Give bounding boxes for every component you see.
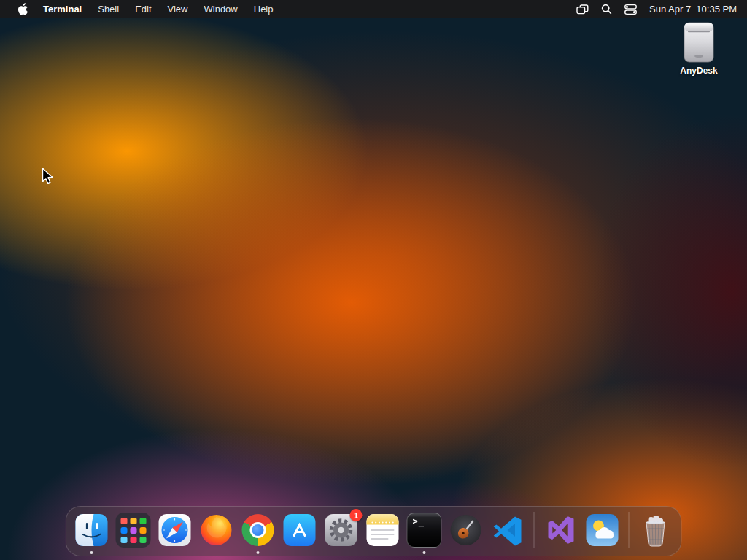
running-indicator	[90, 551, 93, 554]
dock: 1 >_	[66, 506, 682, 556]
menu-bar-clock[interactable]: Sun Apr 7 10:35 PM	[649, 4, 737, 15]
terminal-icon: >_	[407, 513, 442, 548]
firefox-icon	[199, 513, 234, 548]
window-stack-icon[interactable]	[576, 4, 589, 15]
dock-item-trash[interactable]	[638, 513, 673, 548]
apple-menu[interactable]	[10, 3, 35, 15]
dock-item-garageband[interactable]	[449, 513, 484, 548]
running-indicator	[257, 551, 260, 554]
notification-badge: 1	[350, 509, 363, 521]
garageband-icon	[449, 513, 484, 548]
launchpad-icon	[116, 513, 151, 548]
app-store-icon	[282, 513, 317, 548]
dock-item-app-store[interactable]	[282, 513, 317, 548]
menu-bar: Terminal Shell Edit View Window Help	[0, 0, 747, 18]
menu-shell[interactable]: Shell	[90, 0, 127, 18]
dock-separator	[534, 512, 535, 548]
menu-edit[interactable]: Edit	[127, 0, 159, 18]
desktop-wallpaper	[0, 0, 747, 560]
notes-icon	[365, 513, 400, 548]
menu-help[interactable]: Help	[246, 0, 282, 18]
safari-icon	[158, 513, 193, 548]
dock-item-finder[interactable]	[74, 513, 109, 548]
dock-item-visual-studio[interactable]	[543, 513, 578, 548]
menu-bar-status-area: Sun Apr 7 10:35 PM	[576, 4, 737, 15]
dock-item-launchpad[interactable]	[116, 513, 151, 548]
dock-item-terminal[interactable]: >_	[407, 513, 442, 548]
finder-icon	[74, 513, 109, 548]
menu-view[interactable]: View	[160, 0, 196, 18]
chrome-icon	[242, 514, 274, 546]
desktop-icon-label: AnyDesk	[680, 66, 717, 76]
spotlight-search-icon[interactable]	[601, 4, 612, 15]
weather-icon	[585, 513, 620, 548]
menu-window[interactable]: Window	[196, 0, 246, 18]
dock-item-firefox[interactable]	[199, 513, 234, 548]
dock-item-system-settings[interactable]: 1	[324, 513, 359, 548]
vscode-icon	[490, 513, 525, 548]
dock-separator	[629, 512, 630, 548]
menu-terminal[interactable]: Terminal	[35, 0, 90, 18]
dock-item-vscode[interactable]	[490, 513, 525, 548]
external-drive-icon	[682, 22, 716, 63]
dock-item-safari[interactable]	[158, 513, 193, 548]
apple-icon	[18, 3, 28, 15]
dock-item-chrome[interactable]	[241, 513, 276, 548]
control-center-icon[interactable]	[624, 4, 637, 15]
dock-item-notes[interactable]	[365, 513, 400, 548]
visual-studio-icon	[543, 513, 578, 548]
desktop-icon-anydesk[interactable]: AnyDesk	[668, 22, 729, 76]
running-indicator	[423, 551, 426, 554]
trash-icon	[638, 513, 673, 548]
dock-item-weather[interactable]	[585, 513, 620, 548]
terminal-prompt-glyph: >_	[413, 516, 425, 526]
